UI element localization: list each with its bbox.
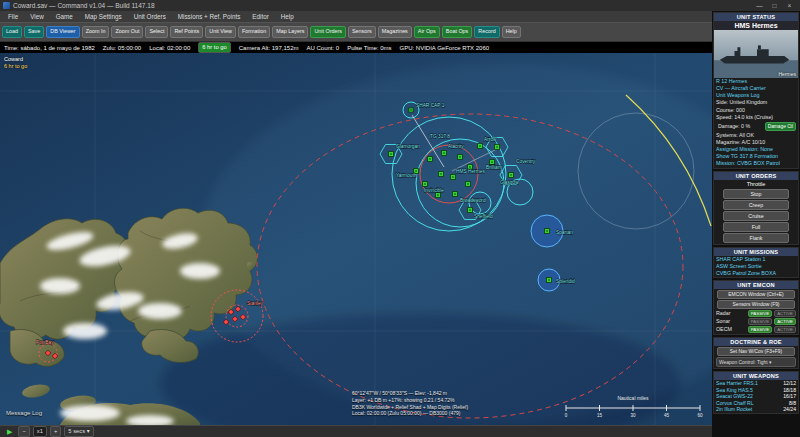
- window-title: Coward.sav — Command v1.04 — Build 1147.…: [13, 2, 155, 9]
- unit-label: TG 317.8: [430, 134, 450, 139]
- toolbar-select-button[interactable]: Select: [145, 26, 168, 38]
- status-link[interactable]: Mission: CVBG BOX Patrol: [714, 160, 798, 167]
- scenario-overlay: Coward6 hr to go: [4, 56, 27, 71]
- menu-editor[interactable]: Editor: [246, 13, 274, 20]
- throttle-stop-button[interactable]: Stop: [723, 189, 789, 199]
- toolbar-zoom-in-button[interactable]: Zoom In: [82, 26, 110, 38]
- status-field: Side: United Kingdom: [714, 99, 798, 106]
- status-field: Systems: All OK: [714, 132, 798, 139]
- toolbar-sensors-button[interactable]: Sensors: [348, 26, 376, 38]
- weapon-name-link[interactable]: Sea King HAS.5: [716, 387, 753, 394]
- scale-unit-label: Nautical miles: [617, 395, 649, 401]
- toolbar-unit-view-button[interactable]: Unit View: [205, 26, 236, 38]
- scale-tick-label: 45: [664, 413, 670, 418]
- mission-link[interactable]: CVBG Patrol Zone BOXA: [714, 270, 798, 277]
- emcon-emcon-window-ctrl-e-button[interactable]: EMCON Window (Ctrl+E): [717, 290, 796, 299]
- status-link[interactable]: Show TG 317.8 Formation: [714, 153, 798, 160]
- toolbar-load-button[interactable]: Load: [2, 26, 22, 38]
- time-compression-plus[interactable]: +: [50, 426, 61, 436]
- emcon-row-oecm: OECMPASSIVEACTIVE: [714, 326, 798, 333]
- menu-help[interactable]: Help: [275, 13, 300, 20]
- toolbar-boat-ops-button[interactable]: Boat Ops: [442, 26, 472, 38]
- info-local: Local: 02:00:00: [149, 45, 190, 51]
- unit-label: Fox Bay: [36, 340, 54, 345]
- mission-link[interactable]: SHAR CAP Station 1: [714, 256, 798, 263]
- pulse-length-select[interactable]: 5 secs ▾: [64, 426, 93, 436]
- map-viewport[interactable]: SHAR CAP 1TG 317.8GlamorganAlacrityArrow…: [0, 53, 712, 425]
- throttle-cruise-button[interactable]: Cruise: [723, 211, 789, 221]
- menu-unit-orders[interactable]: Unit Orders: [128, 13, 172, 20]
- emcon-buttons: EMCON Window (Ctrl+E)Sensors Window (F9): [714, 290, 798, 309]
- weapon-name-link[interactable]: 2in Illum Rocket: [716, 406, 752, 413]
- menu-map-settings[interactable]: Map Settings: [79, 13, 128, 20]
- emcon-sonar-passive[interactable]: PASSIVE: [748, 318, 772, 325]
- weapon-control-select[interactable]: Weapon Control: Tight ▾: [716, 357, 796, 367]
- photo-caption: Hermes: [778, 71, 796, 77]
- scenario-overlay-line: 6 hr to go: [4, 63, 27, 70]
- message-log-label[interactable]: Message Log: [6, 410, 42, 416]
- toolbar-ref-points-button[interactable]: Ref Points: [170, 26, 203, 38]
- weapon-name-link[interactable]: Seacat GWS-22: [716, 393, 753, 400]
- unit-label: Coventry: [516, 159, 536, 164]
- selected-unit-name: HMS Hermes: [714, 21, 798, 30]
- run-button[interactable]: ▶: [4, 427, 15, 437]
- status-field: Course: 000: [714, 107, 798, 114]
- time-compression-readout[interactable]: x1: [33, 426, 47, 436]
- weapon-row: Sea King HAS.518/18: [714, 387, 798, 394]
- map-status-line: 60°12′47″W / 50°08′33″S — Elev: -1,842 m: [352, 390, 468, 397]
- toolbar-help-button[interactable]: Help: [502, 26, 521, 38]
- menu-missions-ref-points[interactable]: Missions + Ref. Points: [172, 13, 246, 20]
- toolbar-record-button[interactable]: Record: [474, 26, 499, 38]
- unit-marker-dot: [415, 170, 416, 171]
- menu-game[interactable]: Game: [50, 13, 79, 20]
- toolbar-formation-button[interactable]: Formation: [238, 26, 270, 38]
- db-link[interactable]: CV — Aircraft Carrier: [714, 85, 798, 92]
- damage-control-button[interactable]: Damage Ctl: [765, 122, 796, 131]
- unit-marker-dot: [469, 209, 470, 210]
- unit-marker-dot: [479, 145, 480, 146]
- emcon-oecm-active[interactable]: ACTIVE: [774, 326, 796, 333]
- status-link[interactable]: Assigned Mission: None: [714, 146, 798, 153]
- close-button[interactable]: ×: [782, 2, 797, 9]
- throttle-creep-button[interactable]: Creep: [723, 200, 789, 210]
- throttle-flank-button[interactable]: Flank: [723, 233, 789, 243]
- maximize-button[interactable]: □: [767, 2, 782, 9]
- toolbar-air-ops-button[interactable]: Air Ops: [414, 26, 440, 38]
- menu-view[interactable]: View: [24, 13, 50, 20]
- unit-missions-header: UNIT MISSIONS: [714, 248, 798, 256]
- toolbar-db-viewer-button[interactable]: DB Viewer: [46, 26, 79, 38]
- unit-marker-dot: [496, 146, 497, 147]
- unit-label: Glamorgan: [396, 144, 420, 149]
- menu-file[interactable]: File: [2, 13, 24, 20]
- db-link[interactable]: R 12 Hermes: [714, 78, 798, 85]
- damage-row: Damage: 0 % Damage Ctl: [714, 121, 798, 132]
- weapon-name-link[interactable]: Sea Harrier FRS.1: [716, 380, 758, 387]
- toolbar-map-layers-button[interactable]: Map Layers: [272, 26, 308, 38]
- map-canvas[interactable]: SHAR CAP 1TG 317.8GlamorganAlacrityArrow…: [0, 53, 712, 425]
- emcon-sonar-active[interactable]: ACTIVE: [774, 318, 796, 325]
- emcon-oecm-passive[interactable]: PASSIVE: [748, 326, 772, 333]
- toolbar-unit-orders-button[interactable]: Unit Orders: [310, 26, 346, 38]
- weapon-qty: 8/8: [789, 400, 796, 407]
- set-nav-button[interactable]: Set Nav W/Cov (F3+F9): [717, 347, 796, 356]
- toolbar-save-button[interactable]: Save: [24, 26, 44, 38]
- minimize-button[interactable]: —: [752, 2, 767, 9]
- unit-marker-dot: [410, 109, 411, 110]
- time-compression-minus[interactable]: −: [18, 426, 29, 436]
- emcon-radar-passive[interactable]: PASSIVE: [748, 310, 772, 317]
- toolbar-magazines-button[interactable]: Magazines: [378, 26, 412, 38]
- throttle-full-button[interactable]: Full: [723, 222, 789, 232]
- unit-weapons-log-link[interactable]: Unit Weapons Log: [714, 92, 798, 99]
- emcon-sensors-window-f9-button[interactable]: Sensors Window (F9): [717, 300, 796, 309]
- unit-sidebar: UNIT STATUS HMS Hermes Her: [712, 11, 800, 437]
- info-camera-alt: Camera Alt: 197,152m: [239, 45, 299, 51]
- weapon-name-link[interactable]: Corvus Chaff RL: [716, 400, 754, 407]
- emcon-rows: RadarPASSIVEACTIVESonarPASSIVEACTIVEOECM…: [714, 310, 798, 333]
- toolbar-zoom-out-button[interactable]: Zoom Out: [111, 26, 143, 38]
- mission-link[interactable]: ASW Screen Sortie: [714, 263, 798, 270]
- weapon-qty: 24/24: [783, 406, 796, 413]
- unit-marker-dot: [437, 194, 438, 195]
- unit-marker-dot: [469, 166, 470, 167]
- emcon-radar-active[interactable]: ACTIVE: [774, 310, 796, 317]
- unit-status-header: UNIT STATUS: [714, 13, 798, 21]
